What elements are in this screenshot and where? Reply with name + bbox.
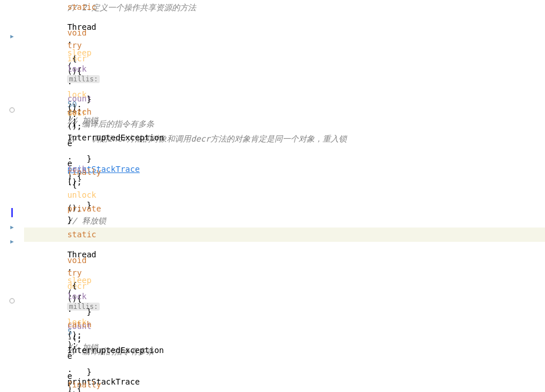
gutter-line-7 [7, 88, 17, 103]
keyword-finally-2: finally [67, 380, 101, 389]
code-line-22: } finally { [24, 377, 545, 392]
svg-marker-3 [10, 240, 14, 244]
gutter-line-1 [7, 0, 17, 15]
gutter-line-6 [7, 73, 17, 88]
field-lock-2: lock [67, 164, 87, 174]
gutter-line-4 [7, 44, 17, 59]
gutter-line-9 [7, 117, 17, 132]
gutter-line-19 [7, 264, 17, 279]
fold-icon-2 [9, 225, 15, 230]
gutter-line-16 [7, 220, 17, 235]
gutter-line-15 [7, 205, 17, 220]
gutter-line-18 [7, 249, 17, 264]
code-line-21: e . printStackTrace (); [24, 361, 545, 378]
svg-marker-0 [10, 35, 14, 38]
svg-marker-2 [10, 226, 14, 229]
fold-icon-3 [9, 239, 15, 245]
breakpoint-possible-icon [9, 107, 15, 113]
gutter-line-23 [7, 323, 17, 338]
gutter-line-14 [7, 191, 17, 206]
code-content: // 2.定义一个操作共享资源的方法 private static void i… [24, 0, 545, 392]
gutter-line-2 [7, 15, 17, 30]
gutter-line-8 [7, 103, 17, 117]
gutter-line-13 [7, 176, 17, 191]
editor-gutter [0, 0, 24, 392]
gutter-line-21 [7, 293, 17, 308]
svg-point-4 [10, 299, 14, 303]
gutter-line-22 [7, 308, 17, 323]
gutter-line-12 [7, 162, 17, 177]
code-line-11: lock . unlock (); // 释放锁 [24, 179, 545, 198]
gutter-line-10 [7, 132, 17, 147]
gutter-line-20 [7, 279, 17, 293]
code-line-12: } [24, 198, 545, 213]
gutter-line-17 [7, 235, 17, 250]
code-editor: // 2.定义一个操作共享资源的方法 private static void i… [0, 0, 545, 392]
gutter-line-5 [7, 58, 17, 73]
class-thread-2: Thread [67, 250, 96, 259]
keyword-private-2: private [67, 204, 101, 213]
gutter-line-3[interactable] [7, 29, 17, 44]
svg-point-1 [10, 108, 14, 112]
fold-icon [9, 34, 15, 40]
breakpoint-possible-icon-2 [9, 298, 15, 304]
gutter-line-11 [7, 147, 17, 162]
class-thread: Thread [67, 22, 96, 32]
